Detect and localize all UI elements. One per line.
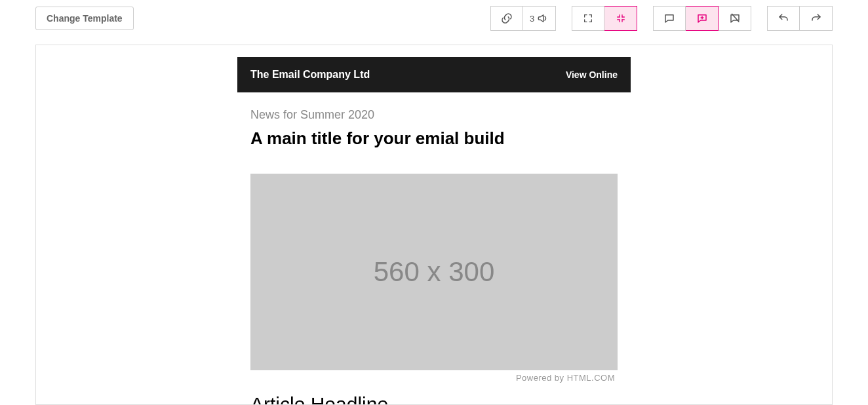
collapse-button[interactable] xyxy=(604,6,637,31)
comment-button[interactable] xyxy=(653,6,686,31)
email-main-title: A main title for your emial build xyxy=(250,128,618,149)
notification-count: 3 xyxy=(530,14,534,24)
megaphone-icon xyxy=(537,12,549,24)
toolbar-group-view xyxy=(572,6,637,31)
comment-add-icon xyxy=(696,12,708,24)
link-button[interactable] xyxy=(490,6,523,31)
change-template-button[interactable]: Change Template xyxy=(35,7,134,30)
collapse-icon xyxy=(616,13,626,24)
expand-icon xyxy=(583,13,593,24)
link-icon xyxy=(501,12,513,24)
placeholder-dimensions-label: 560 x 300 xyxy=(374,256,495,288)
email-preview: The Email Company Ltd View Online News f… xyxy=(237,45,631,404)
canvas: The Email Company Ltd View Online News f… xyxy=(35,45,833,405)
email-body: News for Summer 2020 A main title for yo… xyxy=(237,92,631,405)
view-online-link[interactable]: View Online xyxy=(566,69,618,80)
notifications-button[interactable]: 3 xyxy=(523,6,556,31)
article-headline: Article Headline xyxy=(250,393,618,405)
company-name: The Email Company Ltd xyxy=(250,69,370,81)
email-subtitle: News for Summer 2020 xyxy=(250,108,618,122)
expand-button[interactable] xyxy=(572,6,604,31)
toolbar-group-links: 3 xyxy=(490,6,556,31)
toolbar-right: 3 xyxy=(490,6,833,31)
undo-icon xyxy=(778,12,789,24)
powered-by-label: Powered by HTML.COM xyxy=(250,370,618,388)
email-header: The Email Company Ltd View Online xyxy=(237,57,631,92)
comment-disabled-button[interactable] xyxy=(719,6,751,31)
comment-icon xyxy=(663,12,675,24)
toolbar: Change Template 3 xyxy=(0,0,868,37)
redo-button[interactable] xyxy=(800,6,833,31)
redo-icon xyxy=(810,12,822,24)
toolbar-group-history xyxy=(767,6,833,31)
comment-slash-icon xyxy=(729,12,741,24)
undo-button[interactable] xyxy=(767,6,800,31)
toolbar-group-comments xyxy=(653,6,751,31)
hero-image-placeholder[interactable]: 560 x 300 xyxy=(250,174,618,370)
comment-add-button[interactable] xyxy=(686,6,719,31)
